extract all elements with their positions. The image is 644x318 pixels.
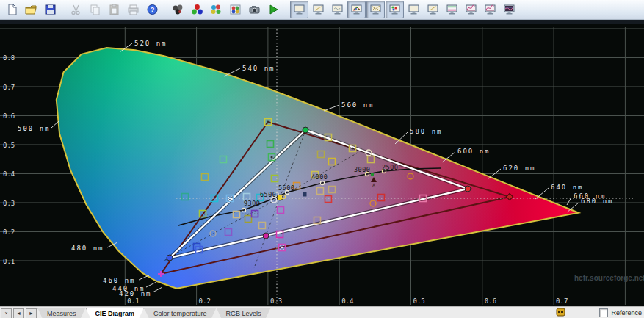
toolbar-group-file	[3, 1, 60, 18]
x-tick-label: 0.7	[556, 297, 568, 305]
toolbar-group-measure	[169, 1, 283, 18]
y-tick-label: 0.6	[3, 112, 15, 120]
view-monitor-icon-gamut[interactable]	[347, 1, 366, 18]
x-tick-label: 0.6	[485, 297, 496, 305]
wavelength-label: 460 nm	[103, 277, 136, 284]
view-monitor-icon-dark[interactable]	[500, 1, 518, 18]
y-tick-label: 0.4	[3, 170, 15, 178]
x-tick-label: 0.4	[341, 297, 353, 305]
help-icon[interactable]: ?	[143, 1, 162, 18]
view-monitor-icon-envelope[interactable]	[366, 1, 385, 18]
color-temperature-label: 6500	[260, 191, 276, 198]
wavelength-label: 480 nm	[71, 245, 104, 252]
x-tick-label: 0.1	[127, 297, 139, 305]
wavelength-label: 500 nm	[18, 125, 51, 132]
color-temperature-label: 2500	[382, 164, 398, 171]
y-tick-label: 0.7	[3, 84, 15, 91]
tab-rgb-levels[interactable]: RGB Levels	[217, 308, 271, 318]
colorimeter-status-icon	[556, 308, 565, 318]
sensor-balls-dark-icon[interactable]	[169, 1, 187, 18]
x-tick-label: 0.2	[199, 297, 211, 305]
sensor-balls-multi-icon[interactable]	[207, 1, 225, 18]
color-temperature-label: 4000	[311, 173, 328, 181]
view-monitor-icon-hist[interactable]	[481, 1, 499, 18]
tab-scroll-left-button[interactable]: ◄	[13, 308, 24, 318]
print-icon[interactable]	[124, 1, 142, 18]
color-temperature-label: 9300	[244, 200, 260, 207]
copy-icon[interactable]	[86, 1, 104, 18]
primary-point	[263, 233, 269, 239]
bottom-tab-bar: ×◄► MeasuresCIE DiagramColor temperature…	[0, 306, 644, 318]
view-monitor-icon-hist[interactable]	[462, 1, 480, 18]
wavelength-label: 600 nm	[457, 148, 491, 155]
tab-measures[interactable]: Measures	[37, 308, 86, 318]
wavelength-label: 560 nm	[341, 101, 375, 109]
view-monitor-icon-curve[interactable]	[424, 1, 442, 18]
tab-color-temperature[interactable]: Color temperature	[144, 308, 217, 318]
wavelength-label: 640 nm	[551, 184, 584, 191]
reference-checkbox-label: Reference	[611, 309, 642, 317]
sensor-balls-rgb-icon[interactable]	[188, 1, 206, 18]
cie-diagram-panel[interactable]: A930065005500400030002500520 nm540 nm560…	[0, 24, 644, 306]
watermark-text: hcfr.sourceforge.net	[574, 274, 644, 282]
view-monitor-icon-bands[interactable]	[443, 1, 461, 18]
tab-close-button[interactable]: ×	[1, 308, 12, 318]
wavelength-label: 580 nm	[410, 128, 443, 135]
save-floppy-icon[interactable]	[41, 1, 59, 18]
cut-scissors-icon[interactable]	[67, 1, 85, 18]
reference-checkbox[interactable]	[599, 308, 608, 317]
svg-text:?: ?	[151, 6, 155, 13]
y-tick-label: 0.3	[3, 200, 15, 207]
color-temperature-label: 3000	[354, 166, 370, 173]
cie-chromaticity-chart[interactable]: A930065005500400030002500520 nm540 nm560…	[0, 24, 644, 306]
illuminant-b-marker	[303, 192, 307, 197]
wavelength-label: 680 nm	[581, 198, 614, 205]
y-tick-label: 0.2	[3, 228, 15, 236]
camera-icon[interactable]	[245, 1, 264, 18]
primary-point	[167, 255, 173, 261]
y-tick-label: 0.1	[3, 258, 15, 265]
y-tick-label: 0.5	[3, 142, 15, 149]
open-folder-icon[interactable]	[22, 1, 40, 18]
status-area: Reference	[556, 307, 644, 318]
sensor-balls-grid-icon[interactable]	[226, 1, 245, 18]
paste-icon[interactable]	[105, 1, 123, 18]
toolbar-group-edit: ?	[67, 1, 162, 18]
wavelength-label: 520 nm	[134, 40, 167, 47]
color-temperature-label: 5500	[278, 184, 294, 192]
tab-list: MeasuresCIE DiagramColor temperatureRGB …	[37, 307, 271, 318]
x-tick-label: 0.3	[270, 297, 282, 305]
x-tick-label: 0.5	[413, 297, 425, 305]
view-monitor-icon-curve[interactable]	[309, 1, 328, 18]
primary-point	[303, 127, 308, 133]
view-monitor-icon-plain[interactable]	[405, 1, 423, 18]
view-monitor-icon-squiggle[interactable]	[328, 1, 347, 18]
wavelength-label: 540 nm	[242, 65, 275, 72]
wavelength-label: 620 nm	[503, 165, 536, 172]
main-toolbar: ?	[0, 0, 644, 20]
toolbar-group-views	[290, 1, 519, 18]
run-measure-icon[interactable]	[264, 1, 283, 18]
tab-nav-buttons: ×◄►	[0, 307, 37, 318]
tab-scroll-right-button[interactable]: ►	[26, 308, 37, 318]
y-tick-label: 0.8	[3, 54, 15, 62]
view-monitor-icon-ciedots[interactable]	[386, 1, 404, 18]
svg-text:A: A	[372, 182, 375, 187]
primary-point	[465, 186, 471, 192]
tab-cie-diagram[interactable]: CIE Diagram	[86, 308, 145, 318]
hcfr-window: ? A930065005500400030002500520 nm540 nm5…	[0, 0, 644, 318]
wavelength-label: 420 nm	[119, 290, 152, 297]
new-document-icon[interactable]	[3, 1, 21, 18]
view-monitor-icon-plain[interactable]	[290, 1, 308, 18]
